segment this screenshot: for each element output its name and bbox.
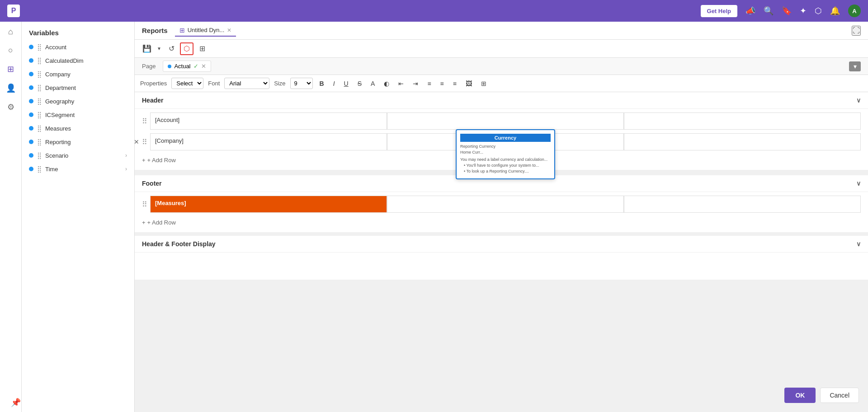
- footer-collapse-icon[interactable]: ∨: [856, 180, 861, 187]
- bold-button[interactable]: B: [317, 79, 326, 88]
- strikethrough-button[interactable]: S: [355, 79, 364, 88]
- sidebar-item-company[interactable]: ⣿ Company: [22, 67, 134, 81]
- row2-drag-handle[interactable]: ⠿: [142, 136, 150, 148]
- header-row1-cell1[interactable]: [Account]: [150, 112, 387, 130]
- avatar[interactable]: A: [848, 5, 861, 17]
- var-label-icsegment: ICSegment: [45, 112, 75, 118]
- align-left-button[interactable]: ≡: [425, 79, 433, 88]
- expand-button[interactable]: ⛶: [852, 26, 861, 36]
- header-collapse-icon[interactable]: ∨: [856, 97, 861, 104]
- page-dot: [168, 65, 171, 68]
- header-row-2: ✕ ⠿ [Company] Currency Reporting Currenc…: [142, 133, 861, 150]
- compass-icon[interactable]: ✦: [800, 6, 807, 16]
- footer-row1-cell3[interactable]: [624, 196, 861, 213]
- align-center-button[interactable]: ≡: [438, 79, 446, 88]
- drag-icon-scenario: ⣿: [37, 152, 42, 159]
- chevron-time-icon: ›: [125, 166, 127, 172]
- sidebar-item-time[interactable]: ⣿ Time ›: [22, 162, 134, 176]
- variables-title: Variables: [22, 22, 134, 40]
- table-insert-button[interactable]: ⊞: [479, 79, 489, 88]
- sidebar-item-icsegment[interactable]: ⣿ ICSegment: [22, 108, 134, 122]
- row1-drag-handle[interactable]: ⠿: [142, 115, 150, 127]
- page-x-icon[interactable]: ✕: [201, 63, 206, 70]
- image-insert-button[interactable]: 🖼: [463, 79, 474, 88]
- sidebar-item-department[interactable]: ⣿ Department: [22, 81, 134, 94]
- page-tab-area: Page Actual ✓ ✕ ▾: [135, 58, 868, 75]
- page-check-icon[interactable]: ✓: [193, 63, 198, 70]
- dropdown-arrow-button[interactable]: ▼: [156, 42, 163, 55]
- megaphone-icon[interactable]: 📣: [745, 6, 755, 16]
- properties-bar: Properties Select Font Arial Size 9 B I …: [135, 75, 868, 92]
- page-collapse-button[interactable]: ▾: [849, 61, 861, 71]
- sidebar-user-icon[interactable]: 👤: [6, 83, 16, 93]
- drag-icon-time: ⣿: [37, 165, 42, 173]
- sidebar-grid-icon[interactable]: ⊞: [7, 64, 14, 74]
- layout-button[interactable]: ⊞: [195, 42, 209, 55]
- header-footer-display-collapse-icon[interactable]: ∨: [856, 240, 861, 248]
- header-row1-cell3[interactable]: [624, 112, 861, 130]
- footer-table-area: ⠿ [Measures] + + Add Row: [135, 192, 868, 232]
- bell-icon[interactable]: 🔔: [830, 6, 840, 16]
- italic-button[interactable]: I: [331, 79, 337, 88]
- header-row1-cell2[interactable]: [387, 112, 624, 130]
- header-row2-cell2[interactable]: Currency Reporting Currency Home Curr...…: [387, 133, 624, 150]
- refresh-button[interactable]: ↺: [165, 42, 178, 55]
- properties-select[interactable]: Select: [171, 78, 203, 89]
- tab-close-icon[interactable]: ✕: [227, 27, 231, 33]
- insert-button[interactable]: ⬡: [180, 42, 193, 55]
- highlight-button[interactable]: ◐: [382, 79, 392, 88]
- footer-title: Footer: [142, 180, 162, 187]
- footer-add-row-button[interactable]: + + Add Row: [142, 216, 176, 229]
- header-section-header: Header ∨: [135, 92, 868, 109]
- search-icon[interactable]: 🔍: [764, 6, 774, 16]
- header-row2-cell1[interactable]: [Company]: [150, 133, 387, 150]
- preview-line2: Home Curr...: [460, 150, 551, 155]
- var-label-time: Time: [45, 166, 58, 173]
- size-label: Size: [274, 80, 285, 87]
- save-button[interactable]: 💾: [140, 42, 154, 55]
- title-bar: Reports ⊞ Untitled Dyn... ✕ ⛶: [135, 22, 868, 40]
- sidebar-item-scenario[interactable]: ⣿ Scenario ›: [22, 149, 134, 162]
- var-dot-reporting: [29, 140, 33, 144]
- header-title: Header: [142, 97, 163, 104]
- footer-row1-cell1[interactable]: [Measures]: [150, 196, 387, 213]
- header-row2-cell3[interactable]: [624, 133, 861, 150]
- font-color-button[interactable]: A: [368, 79, 377, 88]
- size-select[interactable]: 9: [290, 78, 313, 89]
- indent-increase-button[interactable]: ⇥: [410, 79, 420, 88]
- sidebar-item-account[interactable]: ⣿ Account: [22, 40, 134, 54]
- sidebar-item-calculateddim[interactable]: ⣿ CalculatedDim: [22, 54, 134, 67]
- sidebar-item-measures[interactable]: ⣿ Measures: [22, 122, 134, 135]
- top-bar-left: P: [7, 5, 20, 17]
- var-label-scenario: Scenario: [45, 152, 68, 159]
- sidebar-item-reporting[interactable]: ⣿ Reporting: [22, 135, 134, 149]
- sidebar-globe-icon[interactable]: ○: [8, 46, 13, 55]
- sidebar-settings-icon[interactable]: ⚙: [7, 102, 14, 112]
- bottom-actions: OK Cancel: [784, 388, 859, 403]
- tab-name: Untitled Dyn...: [188, 27, 225, 33]
- ok-button[interactable]: OK: [784, 388, 816, 403]
- row2-delete-icon[interactable]: ✕: [135, 138, 139, 145]
- var-label-calculateddim: CalculatedDim: [45, 57, 84, 64]
- header-add-row-button[interactable]: + + Add Row: [142, 154, 176, 166]
- sidebar-item-geography[interactable]: ⣿ Geography: [22, 94, 134, 108]
- underline-button[interactable]: U: [342, 79, 351, 88]
- drag-icon-icsegment: ⣿: [37, 111, 42, 118]
- footer-row1-cell2[interactable]: [387, 196, 624, 213]
- bookmark-icon[interactable]: 🔖: [782, 6, 792, 16]
- cancel-button[interactable]: Cancel: [820, 388, 859, 403]
- document-tab[interactable]: ⊞ Untitled Dyn... ✕: [175, 25, 236, 37]
- font-select[interactable]: Arial: [224, 78, 269, 89]
- align-right-button[interactable]: ≡: [451, 79, 459, 88]
- footer-row1-drag-handle[interactable]: ⠿: [142, 198, 150, 211]
- pin-icon[interactable]: 📌: [11, 398, 21, 407]
- get-help-button[interactable]: Get Help: [701, 5, 737, 17]
- preview-line1: Reporting Currency: [460, 144, 551, 150]
- var-label-company: Company: [45, 71, 71, 78]
- cube-icon[interactable]: ⬡: [815, 6, 822, 16]
- page-actual-tab[interactable]: Actual ✓ ✕: [163, 61, 211, 72]
- sidebar-home-icon[interactable]: ⌂: [8, 27, 13, 37]
- var-dot-company: [29, 72, 33, 76]
- indent-decrease-button[interactable]: ⇤: [396, 79, 406, 88]
- var-dot-department: [29, 85, 33, 90]
